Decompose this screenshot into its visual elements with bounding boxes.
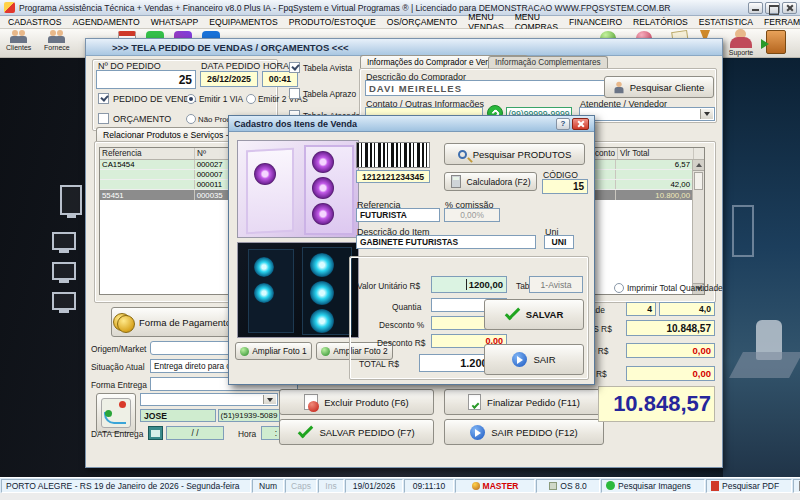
orcamento-checkbox[interactable] xyxy=(98,113,109,124)
emitir-2vias-label: Emitir 2 VIAS xyxy=(258,94,308,104)
vendedor-nome-field[interactable]: JOSE xyxy=(140,409,216,422)
toolbar-suporte-button[interactable]: Suporte xyxy=(728,29,754,56)
uni-field[interactable]: UNI xyxy=(544,235,574,249)
menu-ferramentas[interactable]: FERRAMENTAS xyxy=(764,17,800,27)
calendar-icon[interactable] xyxy=(148,426,163,440)
hora-pedido-label: HORA xyxy=(263,61,289,71)
imprimir-total-radio[interactable] xyxy=(614,283,624,293)
item-modal: Cadastro dos Itens de Venda ? Ampliar Fo… xyxy=(228,115,595,385)
monitor-icon xyxy=(52,262,76,280)
calculadora-button[interactable]: Calculadora (F2) xyxy=(444,172,537,191)
forma-pagamento-label: Forma de Pagamento xyxy=(139,317,231,328)
status-pesquisar-imagens[interactable]: Pesquisar Imagens xyxy=(601,479,705,493)
sair-pedido-button[interactable]: SAIR PEDIDO (F12) xyxy=(444,419,604,445)
scroll-up-icon[interactable] xyxy=(693,160,704,171)
numero-pedido-field[interactable]: 25 xyxy=(96,70,196,89)
sales-window-titlebar: >>> TELA PEDIDO DE VENDAS / ORÇAMENTOS <… xyxy=(86,39,722,56)
help-button[interactable]: ? xyxy=(556,118,570,130)
sair-pedido-label: SAIR PEDIDO (F12) xyxy=(491,427,578,438)
baixa-estoque-radio[interactable] xyxy=(186,114,196,124)
minimize-button[interactable] xyxy=(748,2,763,14)
situacao-label: Situação Atual xyxy=(91,362,145,372)
menu-produto-estoque[interactable]: PRODUTO/ESTOQUE xyxy=(289,17,376,27)
menu-cadastros[interactable]: CADASTROS xyxy=(8,17,61,27)
codigo-field[interactable]: 15 xyxy=(542,179,588,194)
frete-value-field[interactable]: 0,00 xyxy=(626,366,715,381)
restore-button[interactable] xyxy=(765,2,780,14)
pedido-venda-checkbox[interactable] xyxy=(98,93,109,104)
app-titlebar: Programa Assistência Técnica + Vendas + … xyxy=(0,0,800,16)
data-entrega-value: / / xyxy=(192,428,199,438)
emitir-2vias-radio[interactable] xyxy=(246,94,256,104)
descricao-comprador-value: DAVI MEIRELLES xyxy=(369,83,462,94)
forma-entrega-label: Forma Entrega xyxy=(91,380,147,390)
scroll-thumb[interactable] xyxy=(694,172,703,190)
modal-titlebar[interactable]: Cadastro dos Itens de Venda ? xyxy=(229,116,594,132)
tab-info-complementares[interactable]: Informação Complementares xyxy=(488,56,608,68)
menu-estatistica[interactable]: ESTATISTICA xyxy=(699,17,753,27)
user-key-icon xyxy=(472,482,480,490)
pesquisar-cliente-button[interactable]: Pesquisar Cliente xyxy=(604,76,714,98)
menu-relatorios[interactable]: RELATÓRIOS xyxy=(633,17,688,27)
excluir-produto-button[interactable]: Excluir Produto (F6) xyxy=(279,389,434,415)
status-tools[interactable] xyxy=(793,479,800,493)
data-pedido-field[interactable]: 26/12/2025 xyxy=(200,71,258,87)
col-referencia[interactable]: Referencia xyxy=(100,148,195,159)
document-check-icon xyxy=(468,394,481,410)
finalizar-pedido-button[interactable]: Finalizar Pedido (F11) xyxy=(444,389,604,415)
toolbar-suporte-label: Suporte xyxy=(729,49,754,56)
menu-financeiro[interactable]: FINANCEIRO xyxy=(569,17,622,27)
modal-salvar-label: SALVAR xyxy=(526,309,564,320)
calculadora-label: Calculadora (F2) xyxy=(467,177,531,187)
client-search-icon xyxy=(614,81,623,93)
emitir-1via-radio[interactable] xyxy=(186,94,196,104)
pesquisar-produtos-button[interactable]: Pesquisar PRODUTOS xyxy=(444,143,585,165)
tabela-avista-checkbox[interactable] xyxy=(289,62,300,73)
chevron-down-icon[interactable] xyxy=(263,395,276,404)
menu-os-orcamento[interactable]: OS/ORÇAMENTO xyxy=(387,17,458,27)
barcode-value-field[interactable]: 1212121234345 xyxy=(356,170,430,183)
referencia-field[interactable]: FUTURISTA xyxy=(356,208,440,222)
entrega-combo[interactable] xyxy=(140,393,278,406)
status-pesquisar-pdf[interactable]: Pesquisar PDF xyxy=(706,479,792,493)
vendedor-fone-value: (51)91939-5089 xyxy=(221,411,278,420)
mapa-button[interactable] xyxy=(96,393,136,433)
descricao-item-field[interactable]: GABINETE FUTURISTAS xyxy=(356,235,536,249)
toolbar-fornece-label: Fornece xyxy=(44,44,70,51)
exit-door-icon[interactable] xyxy=(766,30,786,54)
menu-agendamento[interactable]: AGENDAMENTO xyxy=(72,17,139,27)
toolbar-clientes-button[interactable]: Clientes xyxy=(6,30,31,51)
modal-sair-button[interactable]: SAIR xyxy=(484,344,584,375)
check-icon xyxy=(504,305,520,321)
toolbar-fornecedor-button[interactable]: Fornece xyxy=(44,30,70,51)
col-vlrtotal[interactable]: Vlr Total xyxy=(618,148,694,159)
tabela-aprazo-checkbox[interactable] xyxy=(289,88,300,99)
modal-close-button[interactable] xyxy=(572,118,589,130)
forma-pagamento-button[interactable]: Forma de Pagamento xyxy=(111,307,233,337)
data-entrega-field[interactable]: / / xyxy=(166,426,224,440)
descricao-comprador-field[interactable]: DAVI MEIRELLES xyxy=(365,80,609,96)
tab-relacionar-produtos[interactable]: Relacionar Produtos e Serviços -> xyxy=(96,127,241,141)
map-icon xyxy=(101,398,131,428)
comissao-field[interactable]: 0,00% xyxy=(444,208,500,222)
chevron-down-icon[interactable] xyxy=(700,109,713,119)
pdf-icon xyxy=(711,481,719,491)
imprimir-total-label: Imprimir Total Quantidade xyxy=(627,283,723,293)
menu-whatsapp[interactable]: WHATSAPP xyxy=(151,17,199,27)
app-logo-icon xyxy=(4,2,15,13)
tab-complementares-label: Informação Complementares xyxy=(495,58,601,67)
menu-equipamentos[interactable]: EQUIPAMENTOS xyxy=(209,17,277,27)
tabela-preco-field[interactable]: 1-Avista xyxy=(529,276,583,293)
close-button[interactable] xyxy=(782,2,797,14)
wallpaper-right-panel xyxy=(723,58,800,477)
uni-value: UNI xyxy=(552,237,567,247)
modal-salvar-button[interactable]: SALVAR xyxy=(484,299,584,330)
hora-pedido-field[interactable]: 00:41 xyxy=(262,71,298,87)
desconto-total-field[interactable]: 0,00 xyxy=(626,343,715,358)
valor-unitario-field[interactable]: 1200,00 xyxy=(431,276,507,293)
vendedor-fone-field[interactable]: (51)91939-5089 xyxy=(218,409,280,422)
ampliar-foto1-button[interactable]: Ampliar Foto 1 xyxy=(235,342,312,360)
salvar-pedido-button[interactable]: SALVAR PEDIDO (F7) xyxy=(279,419,434,445)
table-scrollbar[interactable] xyxy=(692,160,704,294)
atendente-combo[interactable] xyxy=(579,107,715,121)
